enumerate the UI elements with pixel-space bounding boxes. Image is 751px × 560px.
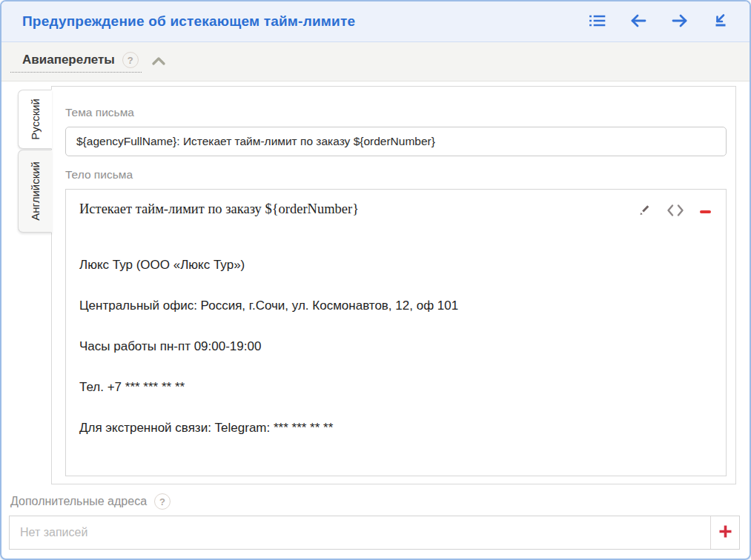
dock-arrow-icon bbox=[712, 13, 729, 31]
tab-english[interactable]: Английский bbox=[18, 150, 52, 233]
empty-list-text: Нет записей bbox=[10, 516, 710, 549]
arrow-right-icon bbox=[671, 13, 689, 31]
additional-addresses-list: Нет записей bbox=[9, 516, 740, 550]
code-icon bbox=[666, 204, 684, 219]
titlebar: Предупреждение об истекающем тайм-лимите bbox=[1, 1, 750, 42]
email-template-panel: Тема письма Тело письма Истекает тайм-ли… bbox=[51, 86, 736, 484]
body-editor-tools bbox=[635, 201, 712, 221]
section-content: Русский Английский Тема письма Тело пись… bbox=[1, 81, 750, 550]
page-title: Предупреждение об истекающем тайм-лимите bbox=[22, 13, 587, 30]
list-button[interactable] bbox=[587, 11, 607, 33]
additional-addresses-label: Дополнительные адреса bbox=[10, 495, 147, 508]
plus-icon bbox=[718, 524, 732, 541]
pencil-icon bbox=[636, 203, 651, 220]
body-paragraph: Для экстренной связи: Telegram: *** *** … bbox=[79, 421, 712, 436]
add-address-button[interactable] bbox=[710, 516, 739, 549]
section-header-aviaperelety: Авиаперелеты ? bbox=[1, 42, 750, 81]
language-tabs: Русский Английский bbox=[18, 86, 51, 484]
subject-input[interactable] bbox=[65, 127, 727, 156]
additional-addresses-block: Дополнительные адреса ? Нет записей bbox=[9, 493, 740, 550]
collapse-section-button[interactable] bbox=[150, 55, 167, 69]
body-label: Тело письма bbox=[65, 168, 727, 183]
edit-button[interactable] bbox=[635, 201, 652, 221]
delete-block-button[interactable] bbox=[698, 209, 712, 215]
chevron-up-icon bbox=[152, 56, 165, 67]
email-body-editor[interactable]: Истекает тайм-лимит по заказу ${orderNum… bbox=[65, 189, 727, 476]
minimize-button[interactable] bbox=[711, 11, 730, 33]
section-title: Авиаперелеты bbox=[22, 53, 115, 67]
tab-russian-label: Русский bbox=[29, 99, 42, 140]
tab-english-label: Английский bbox=[29, 161, 42, 221]
list-icon bbox=[589, 13, 606, 31]
titlebar-actions bbox=[587, 11, 730, 33]
help-icon[interactable]: ? bbox=[122, 52, 139, 68]
warning-timelimit-window: Предупреждение об истекающем тайм-лимите bbox=[0, 0, 751, 560]
additional-addresses-header: Дополнительные адреса ? bbox=[10, 493, 740, 510]
email-body-heading: Истекает тайм-лимит по заказу ${orderNum… bbox=[79, 201, 712, 217]
tab-russian[interactable]: Русский bbox=[18, 90, 52, 149]
minus-icon bbox=[700, 210, 711, 213]
help-icon[interactable]: ? bbox=[154, 493, 171, 510]
language-tab-layout: Русский Английский Тема письма Тело пись… bbox=[18, 86, 736, 484]
subject-label: Тема письма bbox=[65, 106, 727, 121]
body-paragraph: Люкс Тур (ООО «Люкс Тур») bbox=[79, 258, 712, 273]
body-paragraph: Центральный офис: Россия, г.Сочи, ул. Ко… bbox=[79, 299, 712, 313]
body-paragraph: Тел. +7 *** *** ** ** bbox=[79, 380, 712, 395]
forward-button[interactable] bbox=[669, 11, 690, 33]
source-code-button[interactable] bbox=[665, 202, 686, 221]
back-button[interactable] bbox=[628, 11, 649, 33]
body-paragraph: Часы работы пн-пт 09:00-19:00 bbox=[79, 339, 712, 354]
section-title-wrap: Авиаперелеты ? bbox=[10, 50, 142, 73]
arrow-left-icon bbox=[629, 13, 647, 31]
